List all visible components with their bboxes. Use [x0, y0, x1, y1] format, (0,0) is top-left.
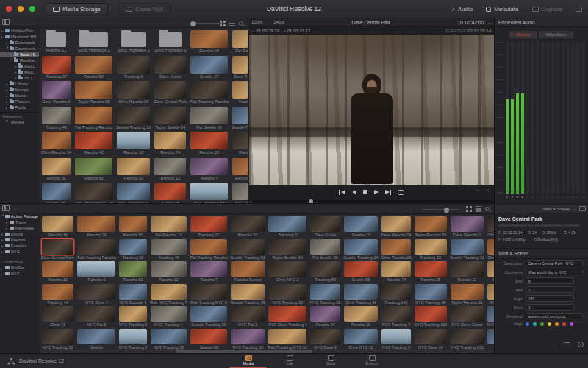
- panel-toggle-icon[interactable]: [2, 19, 10, 25]
- clip-item[interactable]: Rancho 32: [229, 215, 267, 238]
- clip-item[interactable]: NYC Dave 14: [413, 328, 449, 350]
- clip-item[interactable]: Rab Tracking Rancho: [188, 80, 230, 106]
- list-icon[interactable]: [579, 206, 586, 211]
- storage-item-sonic-highw-[interactable]: ▸Sonic Highw…: [0, 52, 39, 57]
- flag-dot[interactable]: [555, 322, 559, 326]
- horizontal-scrollbar[interactable]: [40, 350, 494, 353]
- bin-item-travel[interactable]: ▸Travel: [0, 219, 39, 225]
- metadata-view-select[interactable]: Shot & Scene: [542, 207, 570, 211]
- page-tab-edit[interactable]: Edit: [269, 354, 310, 368]
- clip-item[interactable]: Rab Tracking NYC 8: [188, 283, 229, 305]
- bin-item-action-footage[interactable]: ▸Action Footage: [0, 213, 39, 219]
- clip-item[interactable]: Taylor Rancho 39: [73, 80, 115, 106]
- folder-item[interactable]: Resolve 12: [40, 29, 73, 55]
- clip-item[interactable]: Tracking 27: [188, 215, 229, 238]
- clip-item[interactable]: NYC Tracking 152: [413, 305, 449, 328]
- mark-out-button[interactable]: ⊣: [485, 188, 489, 193]
- stop-button[interactable]: [363, 190, 368, 194]
- clip-item[interactable]: Tracking 27: [40, 55, 73, 81]
- flag-dot[interactable]: [540, 322, 544, 326]
- play-button[interactable]: [374, 190, 379, 194]
- clip-item[interactable]: Chris NYC 12: [342, 328, 379, 350]
- clip-item[interactable]: Seattle Tracking 53: [229, 238, 267, 261]
- panel-toggle-icon[interactable]: [2, 205, 10, 211]
- clip-item[interactable]: NYC Tracking 4: [148, 305, 188, 328]
- clip-item[interactable]: Rancho 36: [40, 215, 76, 238]
- flag-dot[interactable]: [526, 322, 529, 326]
- clip-item[interactable]: Seattle 08: [342, 260, 379, 283]
- clip-item[interactable]: NYC Rancho 5: [486, 283, 494, 305]
- clip-item[interactable]: NYC Tracking 7: [380, 305, 413, 328]
- clip-item[interactable]: Rancho 30: [40, 157, 73, 183]
- clip-item[interactable]: Pat Seattle 06: [188, 106, 230, 132]
- storage-item-music[interactable]: ▸Music: [0, 93, 39, 99]
- smart-bin-item-nyc[interactable]: ▸NYC: [0, 271, 39, 277]
- grid-view-icon[interactable]: [466, 206, 472, 212]
- clip-item[interactable]: Rancho 12: [148, 260, 188, 283]
- clip-item[interactable]: Seattle 08: [188, 328, 229, 350]
- audio-tab-meters[interactable]: Meters: [509, 31, 537, 38]
- storage-item-public[interactable]: ▸Public: [0, 105, 39, 110]
- clip-item[interactable]: NYC Chris 7: [76, 283, 118, 305]
- media-storage-button[interactable]: Media Storage: [46, 3, 108, 15]
- play-reverse-button[interactable]: [352, 190, 356, 194]
- clip-item[interactable]: Rancho 60: [486, 260, 494, 283]
- clip-item[interactable]: NYC Dave 3: [309, 328, 343, 350]
- zoom-window-button[interactable]: [29, 6, 35, 12]
- clip-item[interactable]: NYC Dave Guitar: [448, 305, 486, 328]
- audio-tab-waveform[interactable]: Waveform: [539, 31, 573, 38]
- gear-icon[interactable]: [578, 342, 584, 347]
- storage-item-untitled-disco-[interactable]: ▸Untitled/Disco…: [0, 28, 39, 34]
- clip-item[interactable]: Dave Guitar: [309, 215, 343, 238]
- flag-dot[interactable]: [548, 322, 551, 326]
- clip-item[interactable]: Rancho 63: [118, 260, 149, 283]
- clip-item[interactable]: Taylor Rancho 31: [448, 283, 486, 305]
- flag-dot[interactable]: [533, 322, 537, 326]
- clip-item[interactable]: Rancho 50: [118, 215, 149, 238]
- clip-item[interactable]: NYC Tracking 58: [309, 283, 343, 305]
- clip-item[interactable]: Tracking 89: [309, 260, 343, 283]
- clip-item[interactable]: Rancho 42: [73, 131, 115, 157]
- clip-item[interactable]: Tracking 44: [40, 283, 76, 305]
- clip-item[interactable]: Chris Rancho 06: [486, 215, 494, 238]
- clip-item[interactable]: Chris Rancho 06: [115, 80, 152, 106]
- clip-item[interactable]: Seattle Tracking 24: [342, 238, 379, 261]
- pool-thumbnail-size-slider[interactable]: [422, 209, 459, 210]
- bin-item-interiors[interactable]: ▸Interiors: [0, 237, 39, 243]
- film-icon[interactable]: [564, 342, 570, 347]
- clip-item[interactable]: NYC Tracking 2: [118, 328, 149, 350]
- search-icon[interactable]: [485, 207, 490, 211]
- storage-item-documents[interactable]: ▸Documents: [0, 46, 39, 52]
- shot-input[interactable]: 8: [526, 277, 574, 284]
- clip-item[interactable]: NYC Pat 8: [76, 305, 118, 328]
- monitor-button[interactable]: [576, 7, 582, 12]
- clip-item[interactable]: Dave Rancho 24: [380, 215, 413, 238]
- storage-item-resolve-son-[interactable]: ▸Resolve Son…: [0, 57, 39, 63]
- clip-item[interactable]: NYC Pat 2: [229, 305, 267, 328]
- clip-item[interactable]: Seattle Tracking 11: [448, 238, 486, 261]
- take-input[interactable]: 7: [526, 286, 574, 293]
- clip-item[interactable]: Rancho 28: [188, 131, 230, 157]
- clip-item[interactable]: Rab Tracking NYC 10: [267, 328, 309, 350]
- clip-item[interactable]: Rancho 3: [76, 260, 118, 283]
- clip-item[interactable]: NYC Outside 6: [118, 283, 149, 305]
- clip-item[interactable]: Chris 43: [40, 305, 76, 328]
- clip-item[interactable]: Tracking 46: [40, 106, 73, 132]
- clip-item[interactable]: Rancho 28: [413, 260, 449, 283]
- clip-item[interactable]: Rancho 81: [73, 157, 115, 183]
- clone-tool-button[interactable]: Clone Tool: [118, 3, 171, 15]
- audio-button[interactable]: ♪ Audio: [451, 6, 473, 13]
- storage-item-downloads[interactable]: ▸Downloads: [0, 40, 39, 46]
- clip-item[interactable]: Taylor Seattle 04: [152, 106, 188, 132]
- clip-item[interactable]: Tracking 46: [148, 238, 188, 261]
- smart-bin-item-prores[interactable]: ▸ProRes: [0, 265, 39, 271]
- clip-item[interactable]: NYC Tracking 48: [486, 305, 494, 328]
- chevron-down-icon[interactable]: ⌄: [12, 206, 16, 211]
- clip-item[interactable]: Seattle 15: [486, 328, 494, 350]
- clip-item[interactable]: Tracking 20: [118, 238, 149, 261]
- video-preview[interactable]: [249, 35, 494, 185]
- clip-item[interactable]: Rancho 60: [115, 157, 152, 183]
- clip-item[interactable]: Pat Tracking Rancho: [188, 238, 229, 261]
- folder-item[interactable]: Sonic Highways 5: [152, 29, 188, 55]
- viewer-options-icon[interactable]: ⋯: [487, 20, 492, 25]
